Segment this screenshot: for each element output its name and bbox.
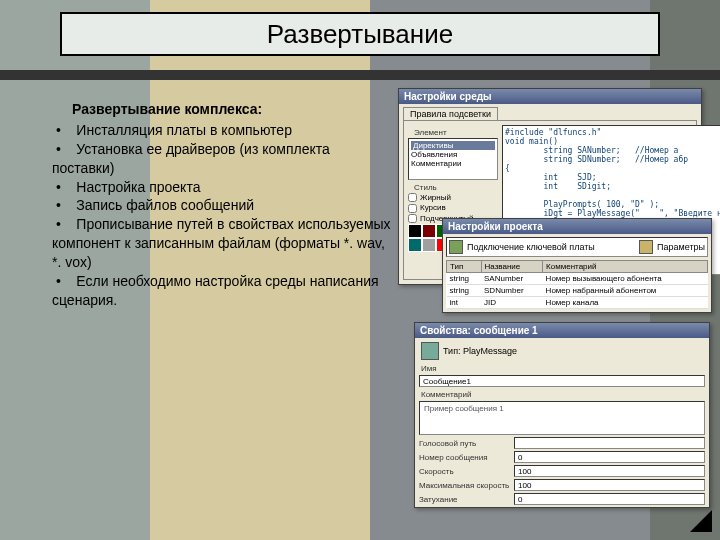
window-project-settings: Настройки проекта Подключение ключевой п… xyxy=(442,218,712,313)
bullet-item: • Если необходимо настройка среды написа… xyxy=(52,272,392,310)
name-label: Имя xyxy=(421,364,703,373)
bullet-item: • Инсталляция платы в компьютер xyxy=(52,121,392,140)
table-row[interactable]: intJIDНомер канала xyxy=(447,297,708,309)
bullet-item: • Установка ее драйверов (из комплекта п… xyxy=(52,140,392,178)
property-row: Голосовой путь xyxy=(419,437,705,449)
slide-body: Развертывание комплекса: • Инсталляция п… xyxy=(52,100,392,310)
table-row[interactable]: stringSANumberНомер вызывающего абонента xyxy=(447,273,708,285)
window-titlebar[interactable]: Настройки проекта xyxy=(443,219,711,234)
color-swatch[interactable] xyxy=(408,224,422,238)
type-label: Тип: PlayMessage xyxy=(443,346,517,356)
property-label: Голосовой путь xyxy=(419,439,514,448)
check-bold[interactable]: Жирный xyxy=(408,193,498,202)
comment-textarea[interactable]: Пример сообщения 1 xyxy=(419,401,705,435)
gear-icon xyxy=(639,240,653,254)
window-titlebar[interactable]: Свойства: сообщение 1 xyxy=(415,323,709,338)
component-icon xyxy=(421,342,439,360)
check-italic[interactable]: Курсив xyxy=(408,203,498,212)
breadcrumb-text: Подключение ключевой платы xyxy=(467,242,635,252)
property-row: Затухание0 xyxy=(419,493,705,505)
list-item: Директивы xyxy=(411,141,495,150)
color-swatch[interactable] xyxy=(408,238,422,252)
col-type: Тип xyxy=(447,261,482,273)
folder-icon xyxy=(449,240,463,254)
color-swatch[interactable] xyxy=(422,238,436,252)
property-label: Максимальная скорость xyxy=(419,481,514,490)
style-label: Стиль xyxy=(414,183,492,192)
bullet-item: • Запись файлов сообщений xyxy=(52,196,392,215)
property-input[interactable]: 0 xyxy=(514,451,705,463)
property-input[interactable]: 100 xyxy=(514,465,705,477)
window-properties: Свойства: сообщение 1 Тип: PlayMessage И… xyxy=(414,322,710,508)
col-name: Название xyxy=(481,261,543,273)
list-item: Комментарии xyxy=(411,159,495,168)
window-titlebar[interactable]: Настройки среды xyxy=(399,89,701,104)
name-input[interactable]: Сообщение1 xyxy=(419,375,705,387)
property-row: Скорость100 xyxy=(419,465,705,477)
property-row: Номер сообщения0 xyxy=(419,451,705,463)
page-corner-icon xyxy=(690,510,712,532)
accent-bar xyxy=(0,70,720,80)
elements-list[interactable]: Директивы Объявления Комментарии xyxy=(408,138,498,180)
slide-title: Развертывание xyxy=(60,12,660,56)
table-row[interactable]: stringSDNumberНомер набранный абонентом xyxy=(447,285,708,297)
property-label: Скорость xyxy=(419,467,514,476)
params-button[interactable]: Параметры xyxy=(657,242,705,252)
bullet-item: • Прописывание путей в свойствах использ… xyxy=(52,215,392,272)
property-label: Затухание xyxy=(419,495,514,504)
property-input[interactable] xyxy=(514,437,705,449)
property-label: Номер сообщения xyxy=(419,453,514,462)
property-input[interactable]: 100 xyxy=(514,479,705,491)
comment-label: Комментарий xyxy=(421,390,703,399)
property-input[interactable]: 0 xyxy=(514,493,705,505)
vars-table[interactable]: Тип Название Комментарий stringSANumberН… xyxy=(446,260,708,309)
body-heading: Развертывание комплекса: xyxy=(72,100,392,119)
property-row: Максимальная скорость100 xyxy=(419,479,705,491)
tab-highlight-rules[interactable]: Правила подсветки xyxy=(403,107,498,120)
color-swatch[interactable] xyxy=(422,224,436,238)
group-label: Элемент xyxy=(414,128,492,137)
bullet-item: • Настройка проекта xyxy=(52,178,392,197)
list-item: Объявления xyxy=(411,150,495,159)
col-comment: Комментарий xyxy=(543,261,708,273)
